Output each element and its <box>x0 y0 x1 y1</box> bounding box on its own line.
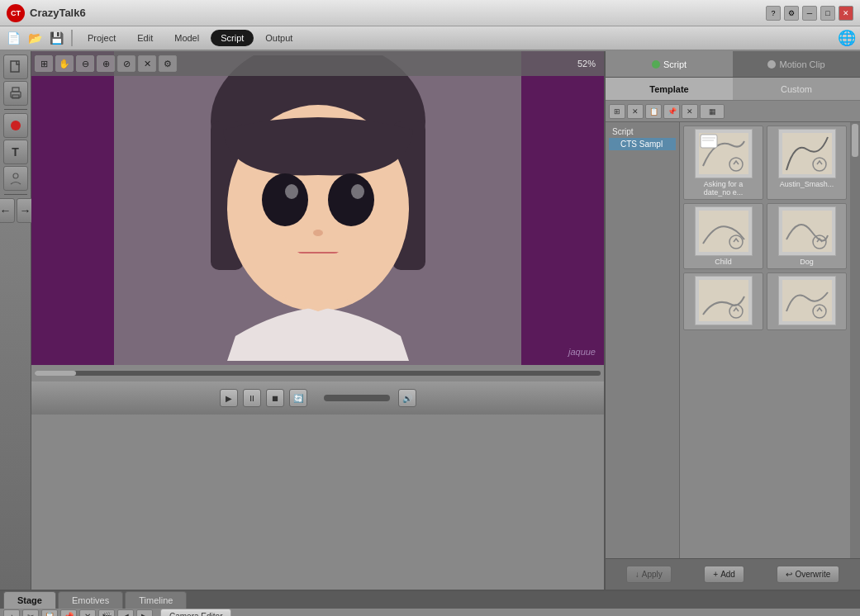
grid-label-0: Asking for a date_no e... <box>691 180 757 197</box>
new-icon[interactable]: 📄 <box>3 28 23 48</box>
new-doc-tool[interactable] <box>3 54 28 79</box>
pause-button[interactable]: ⏸ <box>243 389 261 407</box>
viewport-expand-btn[interactable]: ⊞ <box>35 55 53 72</box>
script-tab-dot <box>652 60 660 69</box>
grid-item-4[interactable] <box>683 272 763 330</box>
bottom-tab-timeline[interactable]: Timeline <box>125 591 187 609</box>
viewport: jaquue ⊞ ✋ ⊖ ⊕ ⊘ ✕ ⚙ 52% <box>31 51 604 590</box>
grid-item-3[interactable]: Dog <box>767 203 847 269</box>
left-toolbar: T ← → <box>0 51 31 590</box>
window-controls: ? ⚙ ─ □ ✕ <box>766 6 853 21</box>
text-tool[interactable]: T <box>3 140 28 164</box>
viewport-settings-btn[interactable]: ⚙ <box>159 55 177 72</box>
progress-track[interactable] <box>35 371 601 376</box>
grid-item-0[interactable]: Asking for a date_no e... <box>683 126 763 200</box>
viewport-pan-btn[interactable]: ✋ <box>55 55 74 72</box>
undo-tool[interactable]: ← <box>0 198 15 223</box>
menu-script[interactable]: Script <box>211 30 254 46</box>
separator-1 <box>71 30 73 46</box>
script-tab-label: Script <box>663 59 687 69</box>
script-tree: Script CTS Sampl <box>606 122 680 558</box>
svg-point-13 <box>351 184 364 199</box>
rp-tool-5[interactable]: ✕ <box>682 104 698 119</box>
viewport-zoom-in-btn[interactable]: ⊕ <box>97 55 115 72</box>
copy-btn[interactable]: 📋 <box>41 609 58 617</box>
tab-motion-clip[interactable]: Motion Clip <box>733 51 860 77</box>
watermark: jaquue <box>568 347 596 357</box>
grid-item-2[interactable]: Child <box>683 203 763 269</box>
grid-thumb-1 <box>778 129 836 178</box>
record-btn[interactable]: 🎬 <box>98 609 115 617</box>
tree-item-script[interactable]: Script <box>609 126 676 138</box>
character-svg <box>153 55 483 361</box>
save-icon[interactable]: 💾 <box>46 28 66 48</box>
loop-button[interactable]: 🔄 <box>289 389 307 407</box>
script-grid: Asking for a date_no e... Aust <box>680 122 850 558</box>
delete-btn[interactable]: ✕ <box>79 609 96 617</box>
print-tool[interactable] <box>3 81 28 106</box>
prev-btn[interactable]: ◀ <box>117 609 134 617</box>
menu-output[interactable]: Output <box>255 30 302 46</box>
open-icon[interactable]: 📂 <box>25 28 45 48</box>
bottom-toolbar: ♪ ✂ 📋 📌 ✕ 🎬 ◀ ▶ Camera Editor <box>0 609 860 616</box>
tree-script-label: Script <box>612 127 634 136</box>
grid-item-5[interactable] <box>767 272 847 330</box>
menu-model[interactable]: Model <box>164 30 209 46</box>
volume-slider[interactable] <box>324 395 390 401</box>
svg-rect-17 <box>701 135 717 148</box>
timeline-scrubber[interactable] <box>31 365 604 381</box>
right-panel-tabs: Script Motion Clip <box>606 51 860 78</box>
camera-editor-button[interactable]: Camera Editor <box>160 609 231 616</box>
menu-edit[interactable]: Edit <box>127 30 163 46</box>
sub-tab-custom[interactable]: Custom <box>733 78 860 100</box>
logo-text: CT <box>11 9 21 17</box>
music-btn[interactable]: ♪ <box>3 609 20 617</box>
bottom-tab-emotives[interactable]: Emotives <box>58 591 123 609</box>
add-label: Add <box>720 570 735 579</box>
rp-tool-1[interactable]: ⊞ <box>609 104 625 119</box>
record-tool[interactable] <box>3 113 28 138</box>
help-button[interactable]: ? <box>766 6 781 21</box>
apply-button[interactable]: ↓ Apply <box>626 566 672 583</box>
svg-point-14 <box>313 230 323 236</box>
bottom-section: Stage Emotives Timeline ♪ ✂ 📋 📌 ✕ 🎬 ◀ ▶ … <box>0 590 860 616</box>
close-button[interactable]: ✕ <box>839 6 853 21</box>
add-button[interactable]: + Add <box>704 566 744 583</box>
rp-tool-4[interactable]: 📌 <box>663 104 680 119</box>
output-settings-icon[interactable]: 🌐 <box>837 28 857 48</box>
menu-project[interactable]: Project <box>78 30 126 46</box>
rp-tool-2[interactable]: ✕ <box>627 104 644 119</box>
grid-thumb-4 <box>695 276 753 325</box>
right-panel-scrollbar[interactable] <box>850 122 860 558</box>
maximize-button[interactable]: □ <box>820 6 835 21</box>
tab-script[interactable]: Script <box>606 51 733 77</box>
tool-divider-1 <box>4 109 27 110</box>
viewport-reset-btn[interactable]: ⊘ <box>117 55 135 72</box>
grid-item-1[interactable]: Austin_Smash... <box>767 126 847 200</box>
viewport-close-btn[interactable]: ✕ <box>138 55 156 72</box>
overwrite-button[interactable]: ↩ Overwrite <box>777 566 839 583</box>
stop-button[interactable]: ⏹ <box>266 389 284 407</box>
paste-btn[interactable]: 📌 <box>60 609 77 617</box>
volume-button[interactable]: 🔊 <box>398 389 416 407</box>
viewport-zoom-out-btn[interactable]: ⊖ <box>76 55 94 72</box>
rp-actions: ↓ Apply + Add ↩ Overwrite <box>606 558 860 590</box>
zoom-label: 52% <box>577 59 596 69</box>
character-tool[interactable] <box>3 166 28 191</box>
play-button[interactable]: ▶ <box>220 389 238 407</box>
cut-btn[interactable]: ✂ <box>22 609 39 617</box>
tree-item-cts[interactable]: CTS Sampl <box>609 138 676 150</box>
grid-thumb-0 <box>695 129 753 178</box>
minimize-button[interactable]: ─ <box>802 6 817 21</box>
timeline-tab-label: Timeline <box>139 595 173 605</box>
svg-point-10 <box>262 173 308 226</box>
settings-button[interactable]: ⚙ <box>784 6 799 21</box>
next-btn[interactable]: ▶ <box>136 609 153 617</box>
rp-tool-6[interactable]: ▦ <box>700 104 725 119</box>
grid-label-1: Austin_Smash... <box>780 180 834 188</box>
rp-tool-3[interactable]: 📋 <box>645 104 662 119</box>
bottom-tab-stage[interactable]: Stage <box>3 591 56 609</box>
grid-thumb-2 <box>695 206 753 256</box>
progress-thumb[interactable] <box>35 371 76 376</box>
sub-tab-template[interactable]: Template <box>606 78 733 100</box>
